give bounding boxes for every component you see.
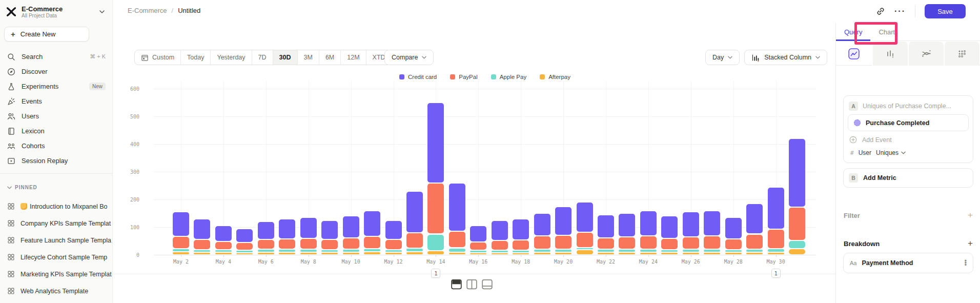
- bar-segment-credit-card[interactable]: [258, 222, 274, 239]
- bar-segment-afterpay[interactable]: [470, 253, 486, 255]
- bar-segment-afterpay[interactable]: [385, 253, 402, 254]
- axis-annotation-badge[interactable]: 1: [431, 269, 440, 278]
- bar-segment-apple-pay[interactable]: [173, 249, 189, 251]
- counting-entity[interactable]: User: [859, 149, 871, 156]
- bar-segment-apple-pay[interactable]: [492, 251, 508, 252]
- bar-segment-credit-card[interactable]: [406, 192, 423, 233]
- bar-segment-credit-card[interactable]: [364, 211, 380, 236]
- bar-segment-credit-card[interactable]: [746, 204, 763, 233]
- pinned-section-header[interactable]: PINNED: [7, 185, 37, 190]
- bar-segment-paypal[interactable]: [215, 242, 232, 249]
- tab-query[interactable]: Query: [836, 23, 870, 41]
- add-breakdown-plus-icon[interactable]: +: [968, 238, 973, 249]
- bar-segment-afterpay[interactable]: [321, 253, 338, 254]
- bar-segment-credit-card[interactable]: [492, 221, 508, 240]
- bar-segment-apple-pay[interactable]: [364, 249, 380, 251]
- layout-split-vertical-button[interactable]: [466, 279, 477, 290]
- bar-segment-afterpay[interactable]: [427, 251, 444, 254]
- bar-segment-paypal[interactable]: [789, 208, 805, 240]
- bar-segment-afterpay[interactable]: [683, 253, 699, 254]
- bar-segment-paypal[interactable]: [470, 243, 486, 250]
- bar-segment-credit-card[interactable]: [385, 221, 402, 239]
- legend-item-credit-card[interactable]: Credit card: [399, 74, 437, 80]
- bar-segment-afterpay[interactable]: [343, 253, 359, 254]
- bar-segment-afterpay[interactable]: [768, 253, 784, 254]
- bar-segment-apple-pay[interactable]: [746, 250, 763, 251]
- bar-segment-paypal[interactable]: [598, 238, 614, 249]
- sidebar-item-lexicon[interactable]: Lexicon: [0, 124, 113, 138]
- bar-segment-credit-card[interactable]: [534, 214, 550, 235]
- bar-segment-apple-pay[interactable]: [704, 250, 720, 251]
- bar-segment-paypal[interactable]: [385, 240, 402, 250]
- sidebar-item-events[interactable]: Events: [0, 94, 113, 109]
- bar-segment-afterpay[interactable]: [173, 252, 189, 254]
- bar-segment-apple-pay[interactable]: [427, 235, 444, 250]
- bar-segment-afterpay[interactable]: [789, 249, 805, 254]
- bar-segment-paypal[interactable]: [513, 240, 529, 250]
- project-switcher[interactable]: E-Commerce All Project Data: [5, 4, 108, 19]
- pinned-board-lifecycle-cohort-sample-temp[interactable]: Lifecycle Cohort Sample Temp: [0, 249, 113, 266]
- viz-tab-insights-line[interactable]: [836, 42, 872, 66]
- bar-segment-paypal[interactable]: [683, 237, 699, 249]
- bar-segment-afterpay[interactable]: [236, 253, 253, 255]
- bar-segment-afterpay[interactable]: [746, 253, 763, 254]
- bar-segment-paypal[interactable]: [704, 236, 720, 249]
- bar-segment-apple-pay[interactable]: [640, 250, 657, 251]
- bar-segment-paypal[interactable]: [236, 243, 253, 250]
- viz-tab-bar-chart[interactable]: [872, 42, 908, 66]
- bar-segment-paypal[interactable]: [173, 237, 189, 248]
- bar-segment-apple-pay[interactable]: [683, 250, 699, 251]
- sidebar-item-experiments[interactable]: ExperimentsNew: [0, 79, 113, 94]
- range-today[interactable]: Today: [181, 50, 211, 65]
- bar-segment-afterpay[interactable]: [279, 253, 295, 254]
- bar-segment-afterpay[interactable]: [492, 253, 508, 255]
- bar-segment-credit-card[interactable]: [513, 219, 529, 239]
- breakdown-card[interactable]: Aa Payment Method •••: [843, 253, 973, 273]
- metric-name-row[interactable]: A Uniques of Purchase Comple...: [844, 96, 973, 114]
- bar-segment-afterpay[interactable]: [364, 252, 380, 254]
- bar-segment-apple-pay[interactable]: [661, 250, 678, 252]
- add-event-row[interactable]: Add Event: [844, 131, 973, 147]
- bar-segment-afterpay[interactable]: [640, 253, 657, 254]
- event-row[interactable]: Purchase Completed: [848, 114, 969, 131]
- create-new-button[interactable]: + Create New: [4, 27, 89, 42]
- bar-segment-apple-pay[interactable]: [725, 250, 742, 252]
- bar-segment-afterpay[interactable]: [258, 253, 274, 254]
- bar-segment-paypal[interactable]: [746, 235, 763, 249]
- bar-segment-credit-card[interactable]: [768, 188, 784, 229]
- bar-segment-apple-pay[interactable]: [449, 249, 465, 252]
- bar-segment-afterpay[interactable]: [577, 250, 593, 254]
- bar-segment-afterpay[interactable]: [704, 253, 720, 254]
- metric-name-placeholder[interactable]: Uniques of Purchase Comple...: [863, 103, 951, 110]
- layout-split-horizontal-button[interactable]: [451, 279, 462, 290]
- bar-segment-afterpay[interactable]: [300, 253, 317, 254]
- range-30d[interactable]: 30D: [273, 50, 298, 65]
- breadcrumb-project[interactable]: E-Commerce: [128, 7, 167, 14]
- bar-segment-apple-pay[interactable]: [470, 251, 486, 252]
- breadcrumb-page-title[interactable]: Untitled: [178, 7, 200, 14]
- bar-segment-apple-pay[interactable]: [215, 250, 232, 252]
- legend-item-apple-pay[interactable]: Apple Pay: [491, 74, 526, 80]
- viz-tab-flows[interactable]: [908, 42, 944, 66]
- compare-button[interactable]: Compare: [384, 50, 434, 65]
- bar-segment-paypal[interactable]: [534, 236, 550, 249]
- bar-segment-apple-pay[interactable]: [555, 250, 571, 251]
- range-7d[interactable]: 7D: [252, 50, 273, 65]
- bar-segment-credit-card[interactable]: [343, 216, 359, 237]
- pinned-board-feature-launch-sample-templa[interactable]: Feature Launch Sample Templa: [0, 232, 113, 249]
- bar-segment-credit-card[interactable]: [236, 229, 253, 243]
- bar-segment-afterpay[interactable]: [555, 253, 571, 254]
- bar-segment-apple-pay[interactable]: [534, 250, 550, 251]
- bar-segment-apple-pay[interactable]: [236, 251, 253, 252]
- kebab-menu-icon[interactable]: •••: [965, 260, 967, 266]
- bar-segment-paypal[interactable]: [300, 239, 317, 249]
- bar-segment-apple-pay[interactable]: [194, 250, 210, 252]
- bar-segment-paypal[interactable]: [343, 238, 359, 249]
- bar-segment-paypal[interactable]: [258, 240, 274, 249]
- bar-segment-credit-card[interactable]: [640, 211, 657, 236]
- bar-segment-paypal[interactable]: [661, 239, 678, 250]
- range-3m[interactable]: 3M: [298, 50, 319, 65]
- add-metric-card[interactable]: B Add Metric: [843, 168, 973, 188]
- bar-segment-paypal[interactable]: [555, 236, 571, 249]
- bar-segment-apple-pay[interactable]: [258, 250, 274, 251]
